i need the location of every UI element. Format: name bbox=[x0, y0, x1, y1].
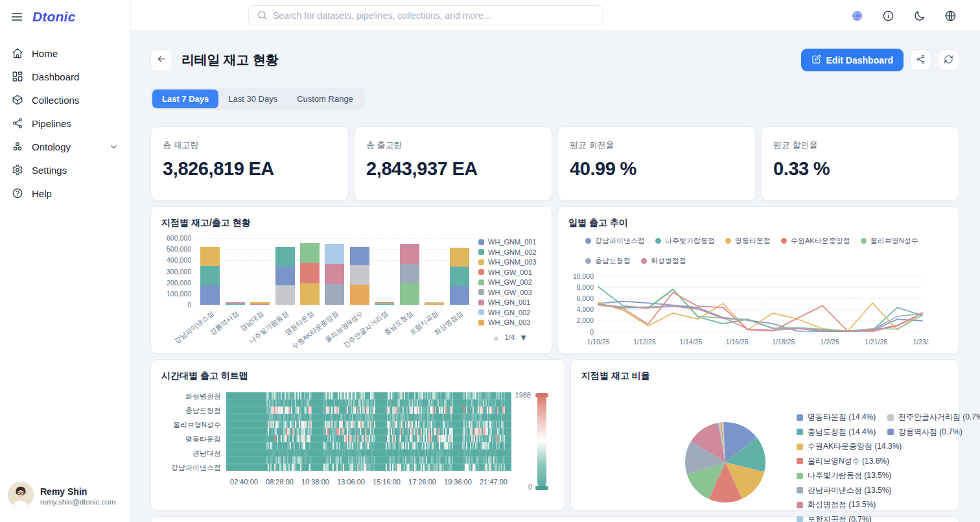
legend-item[interactable]: 충남도청점 bbox=[585, 256, 631, 266]
legend-item[interactable]: WH_GN_002 bbox=[478, 309, 541, 316]
legend-page-up-icon[interactable]: ▲ bbox=[492, 333, 500, 342]
legend-item[interactable]: 올리브영N성수 bbox=[861, 236, 918, 246]
heatmap-colorbar[interactable]: 1988 0 bbox=[511, 392, 554, 486]
legend-mark bbox=[887, 414, 894, 421]
bar-segment bbox=[450, 286, 469, 305]
stacked-bar bbox=[226, 302, 245, 305]
sidebar-item-home[interactable]: Home bbox=[0, 43, 130, 64]
line-chart-legend: 강남파이낸스점나주빛가람동점명동타운점수원AK타운중앙점올리브영N성수충남도청점… bbox=[568, 236, 948, 266]
colorbar-handle-top[interactable] bbox=[535, 393, 548, 397]
legend-item[interactable]: 화성병점점 (13.5%) bbox=[797, 499, 902, 510]
legend-item[interactable]: 명동타운점 bbox=[725, 236, 771, 246]
legend-item[interactable]: WH_GN_003 bbox=[478, 318, 541, 326]
legend-item[interactable]: 충남도청점 (14.4%) bbox=[797, 427, 902, 438]
svg-text:6,000: 6,000 bbox=[577, 294, 594, 302]
sidebar-item-ontology[interactable]: Ontology bbox=[0, 136, 130, 157]
tab-last-30-days[interactable]: Last 30 Days bbox=[218, 89, 287, 108]
stacked-bar bbox=[275, 247, 295, 305]
bar-segment bbox=[425, 304, 444, 305]
legend-item[interactable]: 나주빛가람동점 bbox=[655, 236, 715, 246]
legend-item[interactable]: 수원AK타운중앙점 bbox=[781, 236, 850, 246]
pie-chart bbox=[682, 420, 768, 508]
chevron-down-icon[interactable] bbox=[109, 142, 119, 152]
kpi-label: 총 재고량 bbox=[163, 139, 336, 151]
legend-item[interactable]: WH_GNM_001 bbox=[478, 238, 541, 246]
user-profile[interactable]: Remy Shin remy.shin@dtonic.com bbox=[0, 473, 130, 522]
tab-custom-range[interactable]: Custom Range bbox=[287, 89, 363, 108]
legend-mark bbox=[478, 300, 484, 305]
legend-item[interactable]: WH_GW_001 bbox=[478, 268, 541, 276]
collections-icon bbox=[12, 94, 23, 106]
legend-label: 명동타운점 (14.4%) bbox=[808, 412, 876, 423]
heatmap-grid bbox=[226, 392, 511, 471]
legend-item[interactable]: WH_GW_003 bbox=[478, 289, 541, 296]
legend-item[interactable]: WH_GN_001 bbox=[478, 298, 541, 306]
heatmap-row-label: 화성병점점 bbox=[185, 391, 221, 401]
legend-item[interactable]: 강남파이낸스점 bbox=[585, 236, 645, 246]
heatmap-row-label: 충남도청점 bbox=[185, 405, 221, 415]
legend-mark bbox=[478, 269, 484, 275]
legend-item[interactable]: 명동타운점 (14.4%) bbox=[797, 412, 902, 423]
tab-last-7-days[interactable]: Last 7 Days bbox=[152, 89, 218, 108]
refresh-button[interactable] bbox=[938, 49, 959, 71]
back-button[interactable] bbox=[150, 49, 172, 71]
legend-item[interactable]: 강남파이낸스점 (13.5%) bbox=[797, 485, 902, 496]
legend-mark bbox=[478, 289, 484, 295]
bar-segment bbox=[275, 247, 295, 267]
legend-item[interactable]: 전주안골사거리점 (0.7%) bbox=[887, 412, 980, 423]
bar-segment bbox=[400, 283, 419, 305]
sidebar-item-collections[interactable]: Collections bbox=[0, 89, 130, 110]
legend-item[interactable]: WH_GW_002 bbox=[478, 278, 541, 286]
legend-label: WH_GW_003 bbox=[488, 289, 532, 296]
legend-label: 올리브영N성수 bbox=[870, 236, 918, 246]
branch-stock-chart-card: 지점별 재고/출고 현황 600,000500,000400,000300,00… bbox=[150, 206, 552, 354]
legend-item[interactable]: 화성병점점 bbox=[641, 256, 686, 266]
edit-dashboard-button[interactable]: Edit Dashboard bbox=[801, 49, 904, 71]
kpi-unit: EA bbox=[452, 158, 478, 180]
legend-item[interactable]: 수원AK타운중앙점 (14.3%) bbox=[797, 441, 902, 452]
language-globe-icon[interactable] bbox=[944, 10, 957, 22]
stacked-bar bbox=[375, 302, 394, 305]
kpi-unit: % bbox=[813, 158, 830, 180]
colorbar-handle-bottom[interactable] bbox=[535, 486, 548, 490]
sidebar-item-pipelines[interactable]: Pipelines bbox=[0, 113, 130, 134]
legend-item[interactable]: 나주빛가람동점 (13.5%) bbox=[797, 470, 902, 481]
legend-page-down-icon[interactable]: ▼ bbox=[519, 333, 528, 342]
global-search[interactable] bbox=[248, 5, 603, 25]
legend-item[interactable]: 강릉역사점 (0.7%) bbox=[887, 427, 980, 438]
ai-sphere-icon[interactable] bbox=[851, 10, 863, 22]
legend-label: 나주빛가람동점 bbox=[665, 236, 715, 246]
bar-column: 경남대점 bbox=[248, 238, 272, 305]
share-button[interactable] bbox=[910, 49, 931, 71]
brand-logo[interactable]: Dtonic bbox=[32, 9, 76, 25]
bar-segment bbox=[200, 285, 220, 305]
kpi-label: 총 출고량 bbox=[366, 139, 540, 151]
bar-segment bbox=[300, 283, 320, 305]
info-icon[interactable] bbox=[882, 10, 894, 22]
sidebar-item-label: Collections bbox=[32, 95, 79, 106]
legend-page-indicator: 1/4 bbox=[505, 333, 515, 341]
legend-label: WH_GN_002 bbox=[488, 309, 530, 316]
legend-item[interactable]: 올리브영N성수 (13.6%) bbox=[797, 456, 902, 467]
dashboard-main: 리테일 재고 현황 Edit Dashboard Last 7 DaysLast… bbox=[131, 31, 980, 522]
search-input[interactable] bbox=[273, 10, 595, 21]
legend-mark bbox=[478, 249, 484, 255]
legend-item[interactable]: WH_GNM_003 bbox=[478, 258, 541, 266]
sidebar-item-settings[interactable]: Settings bbox=[0, 160, 130, 180]
menu-toggle-icon[interactable] bbox=[10, 10, 23, 23]
stock-share-chart-card: 지점별 재고 비율 명동타운점 (14.4%)충남도청점 (14.4%)수원AK… bbox=[570, 359, 959, 511]
y-axis-tick: 600,000 bbox=[161, 234, 191, 242]
svg-text:1/14/25: 1/14/25 bbox=[679, 338, 702, 346]
pie-legend-column-2: 전주안골사거리점 (0.7%)강릉역사점 (0.7%) bbox=[887, 412, 980, 438]
legend-item[interactable]: 포항지곡점 (0.7%) bbox=[797, 514, 902, 522]
legend-item[interactable]: WH_GNM_002 bbox=[478, 248, 541, 256]
x-axis-tick: 강남파이낸스점 bbox=[172, 309, 216, 346]
sidebar-item-dashboard[interactable]: Dashboard bbox=[0, 66, 130, 87]
bar-segment bbox=[350, 265, 369, 285]
legend-mark bbox=[797, 502, 803, 508]
line-chart: 10,0008,0006,0004,0002,00001/10/251/12/2… bbox=[568, 266, 948, 351]
sidebar-item-help[interactable]: Help bbox=[0, 183, 130, 204]
legend-mark bbox=[861, 238, 867, 244]
dark-mode-icon[interactable] bbox=[913, 10, 926, 22]
legend-mark bbox=[797, 458, 803, 464]
